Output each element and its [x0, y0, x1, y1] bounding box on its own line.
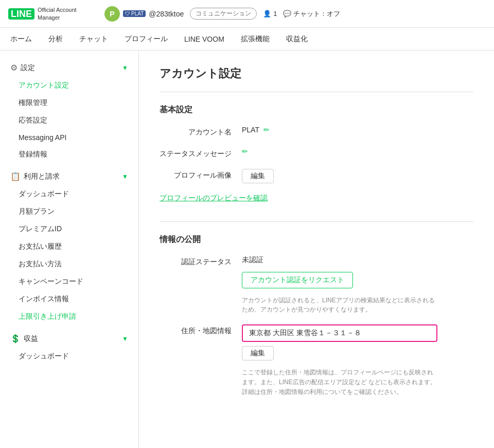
revenue-section-label: 収益	[24, 334, 38, 343]
address-row: 住所・地図情報 東京都 大田区 東雪谷１－３１－８ 編集 ここで登録した住所・地…	[160, 324, 473, 398]
auth-note: アカウントが認証されると、LINEアプリの検索結果などに表示されるため、アカウン…	[242, 296, 437, 314]
request-auth-button[interactable]: アカウント認証をリクエスト	[242, 272, 353, 288]
sidebar-item-premium-id[interactable]: プレミアムID	[0, 220, 138, 238]
nav-analytics[interactable]: 分析	[46, 28, 65, 50]
nav-extensions[interactable]: 拡張機能	[239, 28, 272, 50]
account-avatar: P	[104, 6, 120, 22]
svg-text:P: P	[110, 10, 114, 18]
account-name-header: PLAT	[131, 11, 144, 16]
sidebar-item-payment-method[interactable]: お支払い方法	[0, 255, 138, 273]
logo-line-text: LINE	[8, 8, 34, 20]
billing-chevron-icon: ▼	[122, 173, 128, 180]
revenue-chevron-icon: ▼	[122, 335, 128, 342]
divider-basic	[160, 92, 473, 92]
settings-chevron-icon: ▼	[122, 64, 128, 72]
profile-image-value-area: 編集	[242, 169, 274, 183]
account-name-edit-icon[interactable]: ✏	[263, 126, 270, 134]
sidebar-item-revenue-dashboard[interactable]: ダッシュボード	[0, 348, 138, 365]
settings-icon: ⚙	[10, 63, 17, 73]
sidebar-item-monthly-plan[interactable]: 月額プラン	[0, 203, 138, 220]
sidebar-item-payment-history[interactable]: お支払い履歴	[0, 238, 138, 255]
sidebar-item-campaign-code[interactable]: キャンペーンコード	[0, 273, 138, 290]
status-message-edit-icon[interactable]: ✏	[242, 147, 248, 156]
sidebar: ⚙ 設定 ▼ アカウント設定 権限管理 応答設定 Messaging API 登…	[0, 50, 139, 448]
address-edit-button[interactable]: 編集	[242, 346, 274, 360]
chat-icon: 💬	[283, 10, 291, 18]
auth-status-value: 未認証	[242, 255, 263, 265]
followers-icon: 👤	[263, 10, 271, 18]
account-name-value-area: PLAT ✏	[242, 126, 270, 134]
nav-profile[interactable]: プロフィール	[122, 28, 170, 50]
profile-preview-link[interactable]: プロフィールのプレビューを確認	[160, 194, 268, 203]
sidebar-item-permissions[interactable]: 権限管理	[0, 94, 138, 112]
account-badge[interactable]: P 🛡 PLAT @283tktoe	[104, 6, 184, 22]
top-header: LINE Official AccountManager P 🛡 PLAT @2…	[0, 0, 494, 28]
nav-home[interactable]: ホーム	[8, 28, 34, 50]
profile-image-edit-button[interactable]: 編集	[242, 169, 274, 183]
sidebar-item-account-settings[interactable]: アカウント設定	[0, 77, 138, 94]
nav-monetize[interactable]: 収益化	[284, 28, 310, 50]
sidebar-billing-header[interactable]: 📋 利用と請求 ▼	[0, 167, 138, 185]
divider-public-info	[160, 221, 473, 222]
sidebar-revenue-header[interactable]: 💲 収益 ▼	[0, 330, 138, 348]
verified-badge: 🛡 PLAT	[123, 10, 146, 17]
sidebar-item-billing-dashboard[interactable]: ダッシュボード	[0, 185, 138, 203]
followers-count: 👤 1	[263, 10, 277, 18]
main-layout: ⚙ 設定 ▼ アカウント設定 権限管理 応答設定 Messaging API 登…	[0, 50, 494, 448]
auth-status-value-area: 未認証 アカウント認証をリクエスト アカウントが認証されると、LINEアプリの検…	[242, 255, 437, 314]
status-message-row: ステータスメッセージ ✏	[160, 147, 473, 159]
address-value-area: 東京都 大田区 東雪谷１－３１－８ 編集 ここで登録した住所・地図情報は、プロフ…	[242, 324, 437, 398]
sidebar-item-registration[interactable]: 登録情報	[0, 146, 138, 163]
sidebar-item-messaging-api[interactable]: Messaging API	[0, 129, 138, 146]
sidebar-item-response[interactable]: 応答設定	[0, 112, 138, 129]
auth-status-label: 認証ステータス	[160, 255, 232, 267]
logo-subtitle: Official AccountManager	[38, 6, 77, 21]
nav-bar: ホーム 分析 チャット プロフィール LINE VOOM 拡張機能 収益化	[0, 28, 494, 50]
logo-area: LINE Official AccountManager	[8, 6, 98, 21]
address-label: 住所・地図情報	[160, 324, 232, 336]
profile-image-row: プロフィール画像 編集	[160, 169, 473, 183]
main-content: アカウント設定 基本設定 アカウント名 PLAT ✏ ステータスメッセージ ✏ …	[139, 50, 494, 448]
nav-linevoom[interactable]: LINE VOOM	[182, 28, 226, 50]
sidebar-settings-header[interactable]: ⚙ 設定 ▼	[0, 59, 138, 77]
account-name-label: アカウント名	[160, 126, 232, 137]
account-name-value: PLAT	[242, 126, 259, 134]
settings-section-label: 設定	[21, 63, 35, 73]
revenue-icon: 💲	[10, 334, 21, 343]
status-message-label: ステータスメッセージ	[160, 147, 232, 159]
billing-icon: 📋	[10, 171, 21, 181]
address-note: ここで登録した住所・地図情報は、プロフィールページにも反映されます。また、LIN…	[242, 368, 437, 398]
page-title: アカウント設定	[160, 66, 473, 81]
sidebar-item-invoice[interactable]: インボイス情報	[0, 290, 138, 308]
auth-status-row: 認証ステータス 未認証 アカウント認証をリクエスト アカウントが認証されると、L…	[160, 255, 473, 314]
nav-chat[interactable]: チャット	[77, 28, 110, 50]
address-value: 東京都 大田区 東雪谷１－３１－８	[242, 324, 437, 342]
basic-settings-title: 基本設定	[160, 105, 473, 115]
public-info-title: 情報の公開	[160, 234, 473, 245]
sidebar-item-limit-request[interactable]: 上限引き上げ申請	[0, 308, 138, 325]
account-handle: @283tktoe	[149, 10, 184, 18]
profile-image-label: プロフィール画像	[160, 169, 232, 180]
chat-status: 💬 チャット：オフ	[283, 9, 340, 19]
billing-section-label: 利用と請求	[24, 172, 60, 181]
account-name-row: アカウント名 PLAT ✏	[160, 126, 473, 137]
comm-badge[interactable]: コミュニケーション	[190, 8, 257, 20]
status-message-value-area: ✏	[242, 147, 248, 156]
